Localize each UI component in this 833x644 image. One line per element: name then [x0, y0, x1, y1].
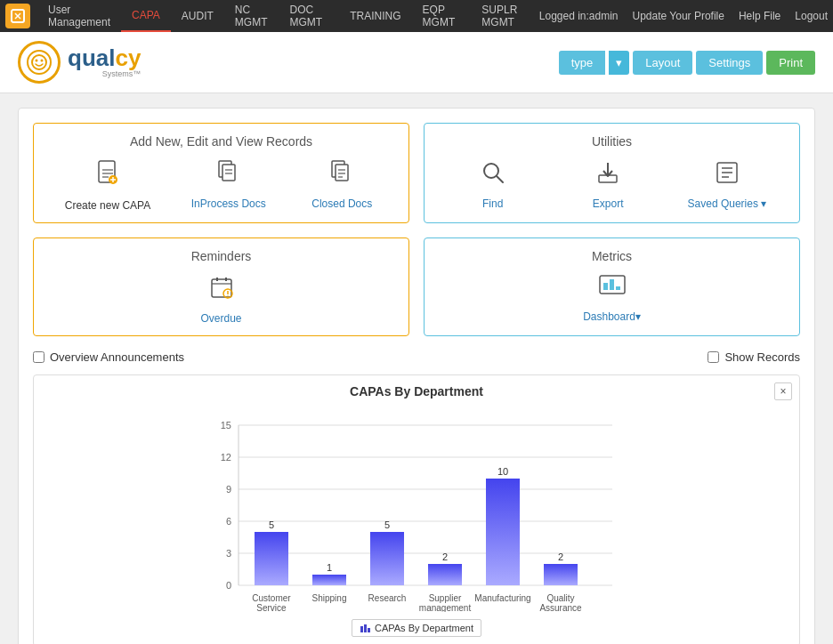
svg-point-36 [227, 295, 229, 297]
svg-text:10: 10 [497, 466, 508, 477]
chart-legend-label: CAPAs By Department [375, 623, 473, 633]
find-label: Find [482, 197, 503, 210]
logo-circle-inner [27, 50, 52, 75]
app-logo-icon [5, 4, 30, 28]
reminders-title: Reminders [44, 249, 398, 263]
chart-area: CAPAs By Department × [33, 374, 800, 644]
create-capa-item[interactable]: Create new CAPA [65, 159, 151, 212]
chart-title: CAPAs By Department [43, 384, 790, 398]
chart-close-button[interactable]: × [774, 382, 792, 400]
metrics-title: Metrics [435, 249, 789, 263]
svg-point-5 [41, 60, 44, 62]
add-edit-title: Add New, Edit and View Records [44, 134, 398, 149]
svg-text:Manufacturing: Manufacturing [474, 593, 530, 603]
svg-rect-18 [336, 165, 348, 181]
nav-item-user-management[interactable]: User Management [37, 0, 121, 32]
show-records-label[interactable]: Show Records [708, 350, 800, 364]
svg-rect-54 [255, 532, 288, 585]
svg-rect-77 [368, 628, 370, 632]
svg-rect-75 [360, 626, 363, 632]
svg-point-3 [32, 55, 46, 69]
svg-text:6: 6 [226, 516, 231, 527]
svg-text:0: 0 [226, 580, 231, 591]
dashboard-item[interactable]: Dashboard▾ [577, 274, 648, 323]
svg-text:Supplier: Supplier [429, 593, 462, 603]
utilities-items: Find Export [435, 159, 789, 210]
layout-button[interactable]: Layout [633, 51, 692, 75]
update-profile-link[interactable]: Update Your Profile [633, 10, 724, 22]
logout-link[interactable]: Logout [795, 10, 828, 22]
nav-item-suplr-mgmt[interactable]: SUPLR MGMT [471, 0, 539, 32]
chart-legend: CAPAs By Department [43, 619, 790, 637]
overdue-icon [208, 274, 235, 307]
svg-text:2: 2 [442, 551, 448, 562]
export-item[interactable]: Export [572, 159, 643, 210]
svg-rect-38 [603, 283, 608, 290]
svg-text:2: 2 [558, 551, 563, 562]
main-content: Add New, Edit and View Records [0, 93, 833, 644]
closed-docs-item[interactable]: Closed Docs [306, 159, 377, 210]
type-dropdown-button[interactable]: ▾ [609, 51, 629, 75]
overview-announcements-label[interactable]: Overview Announcements [33, 350, 184, 364]
saved-queries-item[interactable]: Saved Queries ▾ [688, 159, 767, 210]
top-sections-grid: Add New, Edit and View Records [33, 123, 800, 223]
dashboard-icon [598, 274, 627, 305]
create-capa-icon [94, 159, 121, 194]
svg-line-23 [497, 176, 503, 182]
closed-docs-icon [328, 159, 355, 192]
saved-queries-label: Saved Queries ▾ [688, 197, 767, 210]
inprocess-docs-item[interactable]: InProcess Docs [191, 159, 266, 210]
nav-item-eqp-mgmt[interactable]: EQP MGMT [412, 0, 472, 32]
add-edit-items: Create new CAPA InProcess Docs [44, 159, 398, 212]
header-bar: qualcy Systems™ type ▾ Layout Settings P… [0, 32, 833, 93]
svg-rect-61 [370, 532, 404, 585]
svg-point-4 [36, 60, 38, 62]
metrics-section: Metrics Dashboard▾ [424, 237, 800, 336]
reminders-section: Reminders [33, 237, 409, 336]
overdue-label: Overdue [200, 312, 241, 325]
chart-svg-container: 0 3 6 9 12 15 5 [43, 407, 790, 612]
utilities-section: Utilities Find [424, 123, 800, 223]
utilities-title: Utilities [435, 134, 789, 149]
svg-rect-14 [222, 165, 235, 181]
bottom-sections-grid: Reminders [33, 237, 800, 336]
svg-rect-40 [616, 286, 620, 290]
svg-text:Research: Research [368, 593, 407, 603]
announcements-row: Overview Announcements Show Records [33, 347, 800, 367]
svg-text:Quality: Quality [546, 593, 574, 603]
help-file-link[interactable]: Help File [739, 10, 780, 22]
overdue-item[interactable]: Overdue [186, 274, 257, 325]
svg-text:Shipping: Shipping [312, 593, 347, 603]
find-item[interactable]: Find [457, 159, 529, 210]
nav-item-doc-mgmt[interactable]: DOC MGMT [279, 0, 339, 32]
nav-items: User Management CAPA AUDIT NC MGMT DOC M… [37, 0, 539, 32]
closed-docs-label: Closed Docs [311, 197, 372, 210]
show-records-checkbox[interactable] [708, 351, 719, 363]
nav-item-audit[interactable]: AUDIT [171, 0, 224, 32]
svg-rect-68 [486, 479, 520, 585]
nav-item-nc-mgmt[interactable]: NC MGMT [224, 0, 279, 32]
svg-rect-76 [364, 624, 367, 632]
type-button[interactable]: type [559, 51, 606, 75]
logged-in-label: Logged in:admin [539, 10, 619, 22]
top-navigation: User Management CAPA AUDIT NC MGMT DOC M… [0, 0, 833, 32]
inprocess-docs-label: InProcess Docs [191, 197, 266, 210]
svg-text:9: 9 [226, 484, 231, 495]
svg-rect-39 [610, 279, 614, 290]
svg-text:3: 3 [226, 548, 231, 559]
nav-item-capa[interactable]: CAPA [121, 0, 171, 32]
content-card: Add New, Edit and View Records [18, 108, 815, 644]
create-capa-label: Create new CAPA [65, 199, 151, 212]
svg-rect-64 [428, 564, 462, 585]
logo-sub: Systems™ [68, 69, 141, 78]
add-edit-section: Add New, Edit and View Records [33, 123, 409, 223]
header-buttons: type ▾ Layout Settings Print [559, 51, 815, 75]
settings-button[interactable]: Settings [696, 51, 763, 75]
reminders-items: Overdue [44, 274, 398, 325]
overview-announcements-checkbox[interactable] [33, 351, 44, 363]
nav-item-training[interactable]: TRAINING [339, 0, 411, 32]
svg-rect-71 [544, 564, 578, 585]
saved-queries-icon [714, 159, 740, 192]
print-button[interactable]: Print [766, 51, 815, 75]
svg-text:5: 5 [269, 519, 274, 530]
